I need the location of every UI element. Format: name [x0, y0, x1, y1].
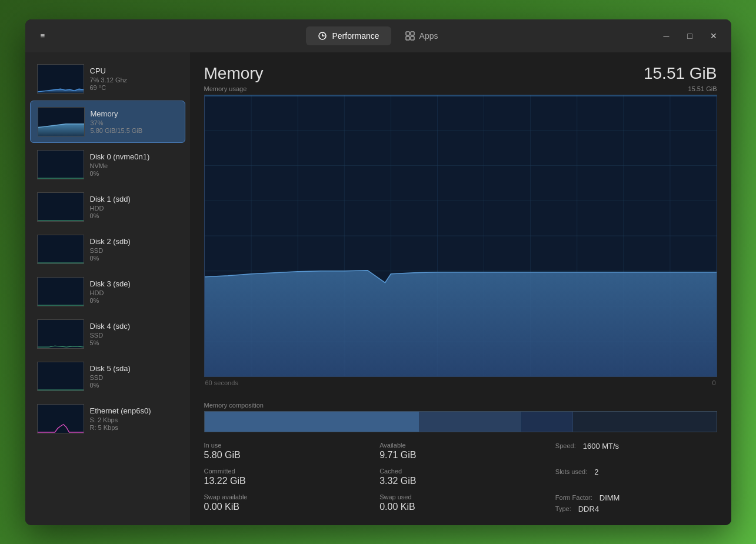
- stat-speed-row: Speed: 1600 MT/s: [555, 442, 717, 450]
- chart-svg: [205, 95, 717, 376]
- stat-available-label: Available: [379, 442, 541, 449]
- sidebar-item-disk0[interactable]: Disk 0 (nvme0n1) NVMe 0%: [30, 144, 185, 185]
- sidebar-item-disk5[interactable]: Disk 5 (sda) SSD 0%: [30, 356, 185, 397]
- main-panel: Memory 15.51 GiB Memory usage 15.51 GiB: [190, 52, 731, 525]
- disk5-sub1: SSD: [90, 374, 178, 381]
- stat-slots-label: Slots used:: [555, 468, 587, 475]
- minimize-icon: ─: [664, 31, 670, 41]
- close-button[interactable]: ✕: [703, 28, 724, 44]
- memory-thumbnail: [38, 107, 85, 136]
- disk4-thumbnail: [37, 319, 84, 349]
- disk1-name: Disk 1 (sdd): [90, 195, 178, 203]
- cpu-info: CPU 7% 3.12 Ghz 69 °C: [90, 66, 178, 91]
- ethernet-info: Ethernet (enp6s0) S: 2 Kbps R: 5 Kbps: [90, 406, 178, 431]
- stat-swap-avail: Swap available 0.00 KiB: [204, 493, 366, 513]
- sidebar-item-disk3[interactable]: Disk 3 (sde) HDD 0%: [30, 271, 185, 312]
- disk5-name: Disk 5 (sda): [90, 364, 178, 373]
- stat-speed: Speed: 1600 MT/s: [555, 442, 717, 460]
- maximize-button[interactable]: □: [680, 28, 701, 44]
- stats-grid: In use 5.80 GiB Available 9.71 GiB Speed…: [204, 442, 717, 513]
- stat-swap-avail-value: 0.00 KiB: [204, 502, 366, 512]
- sidebar-item-ethernet[interactable]: Ethernet (enp6s0) S: 2 Kbps R: 5 Kbps: [30, 398, 185, 439]
- sidebar-item-memory[interactable]: Memory 37% 5.80 GiB/15.5 GiB: [30, 101, 185, 143]
- cpu-sub1: 7% 3.12 Ghz: [90, 76, 178, 84]
- comp-seg-4: [573, 412, 717, 432]
- disk2-thumbnail: [37, 235, 84, 264]
- stat-ff-value: DIMM: [600, 493, 620, 502]
- chart-label-row: Memory usage 15.51 GiB: [204, 85, 717, 92]
- svg-marker-25: [205, 270, 717, 376]
- svg-marker-6: [38, 124, 84, 135]
- stat-type-value: DDR4: [578, 505, 599, 513]
- disk0-info: Disk 0 (nvme0n1) NVMe 0%: [90, 152, 178, 177]
- stat-cached-value: 3.32 GiB: [379, 476, 541, 486]
- comp-seg-1: [205, 412, 419, 432]
- close-icon: ✕: [710, 31, 717, 41]
- stat-slots: Slots used: 2: [555, 468, 717, 486]
- disk1-info: Disk 1 (sdd) HDD 0%: [90, 195, 178, 219]
- sidebar-item-cpu[interactable]: CPU 7% 3.12 Ghz 69 °C: [30, 58, 185, 99]
- disk3-sub2: 0%: [90, 297, 178, 304]
- svg-rect-3: [406, 36, 409, 40]
- disk2-sub2: 0%: [90, 255, 178, 262]
- stat-ff-label: Form Factor:: [555, 494, 592, 501]
- maximize-icon: □: [687, 31, 692, 41]
- disk3-info: Disk 3 (sde) HDD 0%: [90, 279, 178, 304]
- disk4-info: Disk 4 (sdc) SSD 5%: [90, 322, 178, 346]
- disk0-thumbnail: [37, 150, 84, 179]
- stat-swap-used-value: 0.00 KiB: [379, 502, 541, 512]
- memory-sub2: 5.80 GiB/15.5 GiB: [91, 127, 178, 134]
- sidebar-item-disk1[interactable]: Disk 1 (sdd) HDD 0%: [30, 186, 185, 228]
- svg-rect-4: [411, 36, 414, 40]
- stat-type-row: Type: DDR4: [555, 505, 717, 513]
- tab-performance[interactable]: Performance: [306, 26, 391, 45]
- menu-icon: ≡: [41, 31, 45, 40]
- cpu-thumbnail: [37, 64, 84, 94]
- ethernet-name: Ethernet (enp6s0): [90, 406, 178, 415]
- disk5-sub2: 0%: [90, 382, 178, 389]
- stat-ff-row: Form Factor: DIMM: [555, 493, 717, 502]
- apps-icon: [405, 31, 415, 41]
- main-header: Memory 15.51 GiB: [204, 64, 717, 83]
- minimize-button[interactable]: ─: [656, 28, 677, 44]
- window-controls: ─ □ ✕: [656, 28, 724, 44]
- sidebar-item-disk4[interactable]: Disk 4 (sdc) SSD 5%: [30, 313, 185, 355]
- svg-rect-2: [411, 32, 414, 35]
- svg-rect-1: [406, 32, 409, 35]
- stat-in-use-value: 5.80 GiB: [204, 450, 366, 460]
- stat-form-factor: Form Factor: DIMM Type: DDR4: [555, 493, 717, 513]
- stat-slots-row: Slots used: 2: [555, 468, 717, 476]
- chart-section: Memory usage 15.51 GiB: [204, 85, 717, 393]
- tab-bar: Performance Apps: [306, 26, 449, 45]
- chart-max-label: 15.51 GiB: [688, 85, 717, 92]
- disk4-sub1: SSD: [90, 332, 178, 339]
- chart-time-labels: 60 seconds 0: [204, 379, 717, 386]
- memory-composition-label: Memory composition: [204, 402, 717, 409]
- disk3-sub1: HDD: [90, 289, 178, 296]
- sidebar: CPU 7% 3.12 Ghz 69 °C: [25, 52, 190, 525]
- memory-sub1: 37%: [91, 119, 178, 126]
- tab-apps-label: Apps: [419, 31, 438, 41]
- main-title: Memory: [204, 64, 264, 83]
- chart-label: Memory usage: [204, 85, 247, 92]
- time-end-label: 0: [712, 379, 715, 386]
- menu-button[interactable]: ≡: [32, 28, 54, 44]
- content-area: CPU 7% 3.12 Ghz 69 °C: [25, 52, 731, 525]
- disk3-thumbnail: [37, 277, 84, 306]
- disk5-info: Disk 5 (sda) SSD 0%: [90, 364, 178, 389]
- stat-available: Available 9.71 GiB: [379, 442, 541, 460]
- disk0-sub2: 0%: [90, 170, 178, 177]
- stat-slots-value: 2: [594, 468, 598, 476]
- comp-seg-2: [419, 412, 522, 432]
- memory-info: Memory 37% 5.80 GiB/15.5 GiB: [91, 109, 178, 134]
- main-window: ≡ Performance: [25, 19, 731, 525]
- sidebar-item-disk2[interactable]: Disk 2 (sdb) SSD 0%: [30, 229, 185, 270]
- tab-apps[interactable]: Apps: [394, 26, 450, 45]
- stat-committed-label: Committed: [204, 468, 366, 475]
- comp-seg-3: [522, 412, 573, 432]
- disk2-name: Disk 2 (sdb): [90, 237, 178, 246]
- tab-performance-label: Performance: [332, 31, 379, 41]
- stat-available-value: 9.71 GiB: [379, 450, 541, 460]
- stat-type-label: Type:: [555, 505, 571, 512]
- cpu-sub2: 69 °C: [90, 84, 178, 91]
